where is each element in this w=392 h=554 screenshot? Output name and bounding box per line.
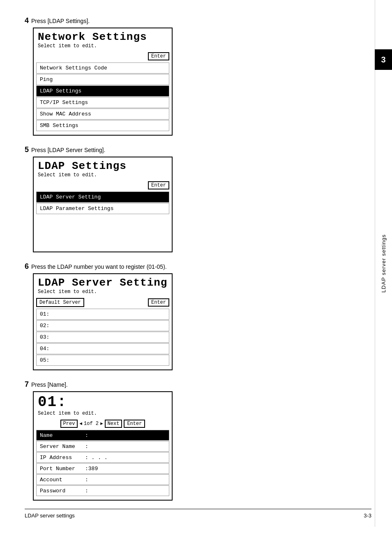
field-name-colon: : <box>85 432 88 439</box>
footer-right-text: 3-3 <box>364 512 371 519</box>
field-ip-address-label: IP Address <box>40 455 85 461</box>
ldap-settings-title: LDAP Settings <box>34 157 172 172</box>
field-server-name[interactable]: Server Name : <box>36 441 169 452</box>
step-5-instruction: Press [LDAP Server Setting]. <box>31 147 105 153</box>
step-4: 4 Press [LDAP Settings]. Network Setting… <box>25 16 367 136</box>
page-container: 4 Press [LDAP Settings]. Network Setting… <box>0 0 392 527</box>
nav-info: 1of 2 <box>84 421 99 427</box>
field-ip-address[interactable]: IP Address : . . . <box>36 452 169 463</box>
step-4-number: 4 <box>25 16 29 25</box>
default-server-row: Default Server Enter <box>36 298 169 307</box>
side-tab-text: LDAP server settings <box>380 234 387 293</box>
step-5-label: 5 Press [LDAP Server Setting]. <box>25 145 367 154</box>
step-7: 7 Press [Name]. 01: Select item to edit.… <box>25 380 367 501</box>
step-6-label: 6 Press the LDAP number you want to regi… <box>25 262 367 271</box>
step-7-number: 7 <box>25 380 29 389</box>
field-name[interactable]: Name : <box>36 430 169 441</box>
menu-item-03[interactable]: 03: <box>36 332 169 343</box>
entry-01-subtitle: Select item to edit. <box>34 411 172 418</box>
side-tab: 3 LDAP server settings <box>375 0 392 527</box>
field-ip-address-colon: : . . . <box>85 455 108 461</box>
nav-row: Prev ◄ 1of 2 ► Next Enter <box>34 418 172 429</box>
field-account-label: Account <box>40 477 85 483</box>
menu-item-ping[interactable]: Ping <box>36 74 169 85</box>
network-settings-subtitle: Select item to edit. <box>34 43 172 51</box>
step-6-number: 6 <box>25 262 29 271</box>
step-5: 5 Press [LDAP Server Setting]. LDAP Sett… <box>25 145 367 252</box>
default-server-btn[interactable]: Default Server <box>36 298 84 307</box>
field-server-name-colon: : <box>85 443 88 450</box>
ldap-server-setting-title: LDAP Server Setting <box>34 274 172 289</box>
network-settings-title: Network Settings <box>34 28 172 43</box>
field-server-name-label: Server Name <box>40 443 85 450</box>
menu-item-ldap-parameter-settings[interactable]: LDAP Parameter Settings <box>36 203 169 214</box>
network-settings-enter-btn[interactable]: Enter <box>148 52 169 60</box>
field-port-number-colon: :389 <box>85 466 98 472</box>
prev-btn[interactable]: Prev <box>60 420 78 428</box>
field-account[interactable]: Account : <box>36 474 169 485</box>
ldap-server-setting-panel: LDAP Server Setting Select item to edit.… <box>33 273 173 370</box>
field-password-label: Password <box>40 488 85 494</box>
network-settings-enter-row: Enter <box>34 51 172 62</box>
step-7-instruction: Press [Name]. <box>31 381 68 388</box>
ldap-server-setting-enter-btn[interactable]: Enter <box>148 298 169 307</box>
menu-item-ldap-server-setting[interactable]: LDAP Server Setting <box>36 192 169 203</box>
field-password[interactable]: Password : <box>36 485 169 496</box>
menu-item-show-mac-address[interactable]: Show MAC Address <box>36 108 169 120</box>
menu-item-ldap-settings[interactable]: LDAP Settings <box>36 85 169 97</box>
step-4-label: 4 Press [LDAP Settings]. <box>25 16 367 25</box>
ldap-settings-subtitle: Select item to edit. <box>34 172 172 180</box>
ldap-settings-panel: LDAP Settings Select item to edit. Enter… <box>33 157 173 252</box>
menu-item-tcpip-settings[interactable]: TCP/IP Settings <box>36 97 169 108</box>
menu-item-04[interactable]: 04: <box>36 343 169 354</box>
tab-number: 3 <box>375 49 392 70</box>
step-4-instruction: Press [LDAP Settings]. <box>31 18 90 24</box>
step-6: 6 Press the LDAP number you want to regi… <box>25 262 367 370</box>
field-port-number-label: Port Number <box>40 466 85 472</box>
field-account-colon: : <box>85 477 88 483</box>
menu-item-smb-settings[interactable]: SMB Settings <box>36 120 169 131</box>
left-arrow-icon: ◄ <box>79 421 82 426</box>
entry-01-panel: 01: Select item to edit. Prev ◄ 1of 2 ► … <box>33 391 173 501</box>
menu-item-01[interactable]: 01: <box>36 309 169 320</box>
page-footer: LDAP server settings 3-3 <box>25 509 371 519</box>
right-arrow-icon: ► <box>100 421 103 426</box>
next-btn[interactable]: Next <box>105 420 122 428</box>
step-5-number: 5 <box>25 145 29 154</box>
ldap-server-setting-subtitle: Select item to edit. <box>34 289 172 296</box>
network-settings-panel: Network Settings Select item to edit. En… <box>33 28 173 136</box>
menu-item-02[interactable]: 02: <box>36 320 169 331</box>
ldap-settings-enter-btn[interactable]: Enter <box>148 181 169 189</box>
step-7-label: 7 Press [Name]. <box>25 380 367 389</box>
field-port-number[interactable]: Port Number :389 <box>36 463 169 474</box>
footer-left-text: LDAP server settings <box>25 512 75 519</box>
field-name-label: Name <box>40 432 85 439</box>
entry-01-enter-btn[interactable]: Enter <box>124 420 145 428</box>
menu-item-network-settings-code[interactable]: Network Settings Code <box>36 62 169 74</box>
menu-item-05[interactable]: 05: <box>36 355 169 366</box>
step-6-instruction: Press the LDAP number you want to regist… <box>31 263 167 270</box>
field-password-colon: : <box>85 488 88 494</box>
entry-01-title: 01: <box>34 392 172 411</box>
ldap-settings-enter-row: Enter <box>34 180 172 191</box>
